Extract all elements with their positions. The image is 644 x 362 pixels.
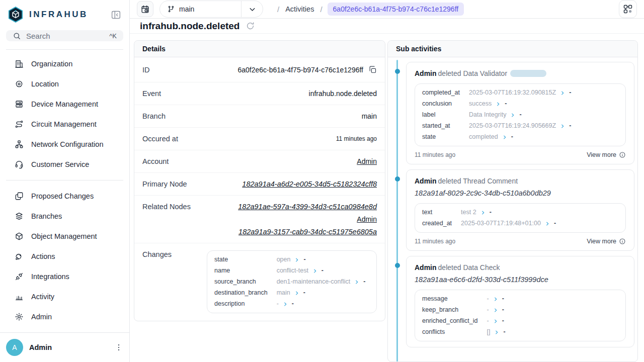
app-root: INFRAHUB Search ^K Organization Location <box>0 0 644 362</box>
sidebar-item-device-management[interactable]: Device Management <box>0 94 129 114</box>
sidebar-item-circuit-management[interactable]: Circuit Management <box>0 114 129 134</box>
related-node-link[interactable]: 182a91a9-3157-cab9-34dc-c51975e6805a <box>238 228 377 236</box>
primary-node-link[interactable]: 182a91a4-a6d2-e005-34d5-c5182324cff8 <box>242 180 377 188</box>
breadcrumb-activities-link[interactable]: Activities <box>285 5 314 13</box>
sidebar-item-proposed-changes[interactable]: Proposed Changes <box>0 186 129 206</box>
related-node-link[interactable]: 182a91ae-597a-4399-34d3-c51ca0984e8d <box>238 203 377 211</box>
prop-old-value: - <box>487 317 489 325</box>
sidebar-item-label: Location <box>31 80 59 88</box>
view-more-button[interactable]: View more <box>587 238 626 245</box>
content: Details ID 6a0f2e6c-b61a-4f75-b974-c76c1… <box>130 34 644 362</box>
sidebar-item-label: Integrations <box>31 273 69 281</box>
copy-icon[interactable] <box>368 65 377 74</box>
prop-old-value: 2025-03-07T16:19:32.090815Z <box>469 89 556 97</box>
detail-label: Changes <box>142 250 172 258</box>
entry-actor: Admin <box>415 263 437 272</box>
detail-value: 11 minutes ago <box>336 135 377 142</box>
prop-new-value: - <box>569 89 571 97</box>
user-name: Admin <box>29 343 108 351</box>
building-icon <box>15 59 24 68</box>
logo-row: INFRAHUB <box>0 0 129 26</box>
sidebar-item-location[interactable]: Location <box>0 74 129 94</box>
account-link[interactable]: Admin <box>357 157 377 165</box>
entry-timestamp: 11 minutes ago <box>415 238 455 245</box>
details-card: Details ID 6a0f2e6c-b61a-4f75-b974-c76c1… <box>134 40 385 321</box>
search-icon <box>13 32 21 40</box>
prop-old-value: open <box>277 256 291 263</box>
sidebar-item-label: Network Configuration <box>31 140 103 148</box>
detail-label: Primary Node <box>142 180 187 188</box>
detail-row-related-nodes: Related Nodes 182a91ae-597a-4399-34d3-c5… <box>134 196 385 243</box>
cube-icon <box>15 232 24 241</box>
prop-name: state <box>422 133 460 141</box>
diff-arrow-icon <box>545 221 550 226</box>
search-input[interactable]: Search ^K <box>6 30 123 41</box>
sidebar-item-integrations[interactable]: Integrations <box>0 266 129 287</box>
brand-name: INFRAHUB <box>29 10 106 20</box>
sidebar-item-activity[interactable]: Activity <box>0 287 129 307</box>
skeleton-badge <box>510 70 546 77</box>
sub-activities-body: Admindeleted Data Validator completed_at… <box>388 57 637 361</box>
prop-name: destination_branch <box>214 289 268 297</box>
sidebar-item-label: Actions <box>31 252 55 260</box>
sidebar-item-organization[interactable]: Organization <box>0 54 129 74</box>
plug-icon <box>15 272 24 281</box>
sidebar-item-network-configuration[interactable]: Network Configuration <box>0 134 129 154</box>
entry-actor: Admin <box>415 69 437 77</box>
prop-new-value: - <box>502 317 504 325</box>
refresh-button[interactable] <box>246 21 255 31</box>
sub-activities-card: Sub activities Admindeleted Data Validat… <box>387 40 638 362</box>
prop-old-value: [] <box>487 328 491 336</box>
prop-old-value: success <box>469 100 492 108</box>
prop-name: enriched_conflict_id <box>422 317 478 325</box>
entry-action: deleted Thread Comment <box>438 177 518 185</box>
timeline-dot-icon <box>395 69 400 74</box>
time-travel-button[interactable] <box>137 1 153 17</box>
entry-node-id: 182a91af-8029-2c9c-34db-c510a6b0db29 <box>415 189 626 197</box>
prop-old-value: test 2 <box>461 209 476 216</box>
view-more-button[interactable]: View more <box>587 151 626 158</box>
entry-title: Admindeleted Data Validator <box>415 69 626 77</box>
prop-old-value: conflict-test <box>277 267 308 275</box>
diff-arrow-icon <box>480 210 486 215</box>
main-area: main / Activities / 6a0f2e6c-b61a-4f75-b… <box>130 0 644 362</box>
entry-node-id: 182a91aa-e6c6-d2fd-303d-c511f3999dce <box>415 276 626 284</box>
schema-visualizer-button[interactable] <box>619 0 637 18</box>
infrahub-logo-icon <box>7 6 24 23</box>
page-title: infrahub.node.deleted <box>140 21 239 32</box>
related-node-link[interactable]: Admin <box>357 215 377 223</box>
sidebar-item-label: Customer Service <box>31 160 89 168</box>
prop-name: name <box>214 267 268 275</box>
info-icon <box>619 151 626 158</box>
breadcrumb-activity-id[interactable]: 6a0f2e6c-b61a-4f75-b974-c76c1e1296ff <box>328 3 464 16</box>
entry-title: Admindeleted Data Check <box>415 263 626 272</box>
sub-activities-title: Sub activities <box>388 41 637 57</box>
prop-name: started_at <box>422 122 460 130</box>
sidebar-item-actions[interactable]: Actions <box>0 246 129 266</box>
avatar: A <box>6 339 23 356</box>
schema-graph-icon <box>623 4 633 14</box>
detail-label: Branch <box>142 112 166 120</box>
timeline-dot-icon <box>395 176 400 182</box>
sidebar-item-customer-service[interactable]: Customer Service <box>0 154 129 174</box>
timeline-dot-icon <box>395 263 400 268</box>
rocket-icon <box>15 252 24 261</box>
sidebar-collapse-button[interactable] <box>111 10 121 20</box>
sidebar-item-object-management[interactable]: Object Management <box>0 226 129 246</box>
copy-diff-icon <box>15 192 24 201</box>
user-menu[interactable]: A Admin <box>0 332 129 362</box>
diff-arrow-icon <box>294 257 299 262</box>
detail-value: main <box>362 112 377 120</box>
topbar: main / Activities / 6a0f2e6c-b61a-4f75-b… <box>130 0 644 19</box>
prop-new-value: - <box>303 289 305 297</box>
info-icon <box>619 238 626 245</box>
sidebar-item-branches[interactable]: Branches <box>0 206 129 226</box>
entry-actor: Admin <box>415 177 437 185</box>
prop-new-value: - <box>490 209 492 216</box>
kebab-menu-icon[interactable] <box>114 343 123 352</box>
headset-icon <box>15 160 24 169</box>
detail-row-branch: Branch main <box>134 105 385 128</box>
branch-selector[interactable]: main <box>159 1 263 18</box>
chevron-down-icon[interactable] <box>242 5 263 14</box>
sidebar-item-admin[interactable]: Admin <box>0 307 129 327</box>
